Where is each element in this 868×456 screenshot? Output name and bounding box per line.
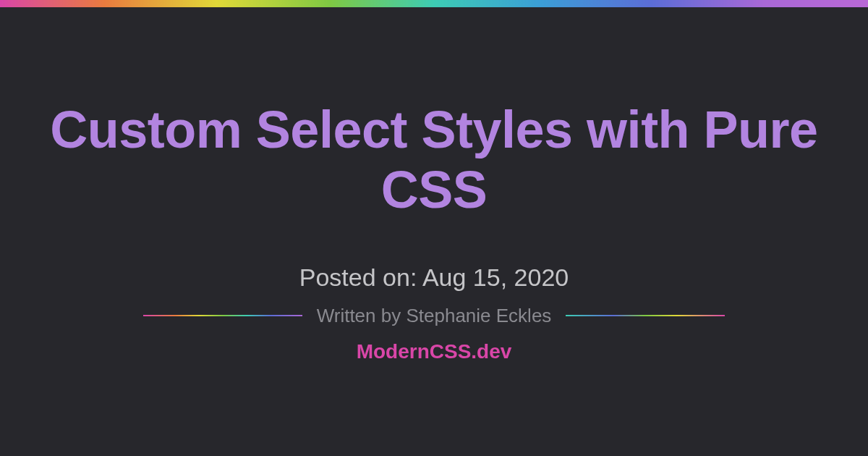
author-row: Written by Stephanie Eckles [143,305,726,327]
card-content: Custom Select Styles with Pure CSS Poste… [0,7,868,456]
article-title: Custom Select Styles with Pure CSS [43,100,825,220]
rainbow-top-bar [0,0,868,7]
divider-right [566,315,725,316]
author-byline: Written by Stephanie Eckles [317,305,552,327]
site-name: ModernCSS.dev [357,340,512,363]
divider-left [143,315,302,316]
posted-date: Posted on: Aug 15, 2020 [299,263,569,292]
